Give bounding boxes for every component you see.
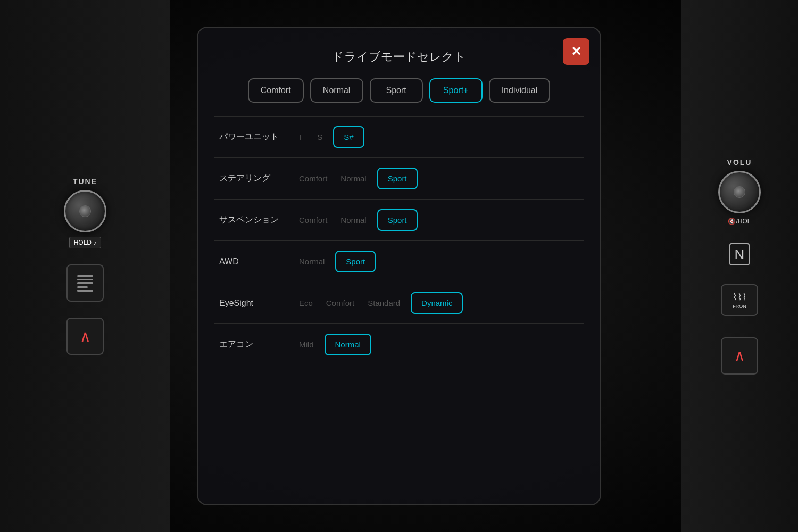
- tune-knob-area: TUNE HOLD ♪: [64, 177, 106, 248]
- hold-label: HOLD ♪: [69, 237, 102, 248]
- eyesight-eco-option: Eco: [299, 298, 313, 307]
- suspension-comfort-option: Comfort: [299, 215, 327, 225]
- suspension-normal-option: Normal: [340, 215, 366, 225]
- awd-label: AWD: [219, 257, 294, 267]
- mode-sport-button[interactable]: Sport: [370, 78, 423, 103]
- awd-row: AWD Normal Sport: [214, 240, 584, 282]
- mode-buttons-row: Comfort Normal Sport Sport+ Individual: [214, 78, 584, 103]
- chevron-up-right-icon: ∧: [734, 347, 745, 364]
- aircon-normal-button[interactable]: Normal: [325, 334, 371, 355]
- awd-sport-button[interactable]: Sport: [335, 251, 376, 272]
- close-button[interactable]: ✕: [563, 38, 589, 65]
- aircon-mild-option: Mild: [299, 340, 314, 349]
- power-unit-options: I S S#: [299, 126, 579, 148]
- tune-knob[interactable]: [64, 190, 106, 232]
- awd-options: Normal Sport: [299, 251, 579, 272]
- drive-mode-dialog: ✕ ドライブモードセレクト Comfort Normal Sport Sport…: [197, 27, 601, 505]
- suspension-row: サスペンション Comfort Normal Sport: [214, 199, 584, 240]
- left-chevron-button[interactable]: ∧: [66, 318, 104, 355]
- mode-sport-plus-button[interactable]: Sport+: [429, 78, 483, 103]
- tune-label: TUNE: [73, 177, 97, 186]
- suspension-label: サスペンション: [219, 214, 294, 226]
- steering-label: ステアリング: [219, 173, 294, 184]
- volume-label: VOLU: [727, 158, 752, 167]
- volume-knob[interactable]: [718, 171, 761, 213]
- car-panel: TUNE HOLD ♪ ∧ VOLU 🔇/HOL N: [0, 0, 798, 532]
- aircon-label: エアコン: [219, 339, 294, 350]
- power-unit-row: パワーユニット I S S#: [214, 116, 584, 157]
- aircon-options: Mild Normal: [299, 334, 579, 355]
- chevron-up-icon: ∧: [80, 328, 91, 345]
- nfc-icon: N: [729, 243, 750, 265]
- seat-heat-button[interactable]: [66, 264, 104, 302]
- eyesight-label: EyeSight: [219, 298, 294, 308]
- awd-normal-option: Normal: [299, 257, 325, 266]
- right-panel: VOLU 🔇/HOL N ⌇⌇⌇ FRON ∧: [681, 0, 798, 532]
- defrost-label: FRON: [733, 304, 746, 309]
- eyesight-options: Eco Comfort Standard Dynamic: [299, 292, 579, 314]
- close-icon: ✕: [571, 44, 581, 59]
- eyesight-standard-option: Standard: [368, 298, 400, 307]
- eyesight-comfort-option: Comfort: [326, 298, 354, 307]
- seat-heat-icon: [77, 275, 93, 292]
- left-panel: TUNE HOLD ♪ ∧: [0, 0, 170, 532]
- mode-normal-button[interactable]: Normal: [310, 78, 363, 103]
- power-unit-label: パワーユニット: [219, 131, 294, 143]
- dialog-title: ドライブモードセレクト: [214, 49, 584, 65]
- volume-knob-area: VOLU 🔇/HOL: [718, 158, 761, 225]
- mute-hold-label: 🔇/HOL: [728, 218, 751, 225]
- suspension-options: Comfort Normal Sport: [299, 209, 579, 231]
- mode-comfort-button[interactable]: Comfort: [248, 78, 304, 103]
- eyesight-row: EyeSight Eco Comfort Standard Dynamic: [214, 282, 584, 323]
- settings-container: パワーユニット I S S# ステアリング Comfort Normal Spo…: [214, 116, 584, 488]
- steering-options: Comfort Normal Sport: [299, 168, 579, 189]
- suspension-sport-button[interactable]: Sport: [377, 209, 418, 231]
- defrost-icon: ⌇⌇⌇: [733, 291, 747, 303]
- power-s-indicator: S: [317, 132, 322, 142]
- right-chevron-button[interactable]: ∧: [721, 337, 758, 375]
- eyesight-dynamic-button[interactable]: Dynamic: [411, 292, 463, 314]
- power-s-hash-button[interactable]: S#: [333, 126, 364, 148]
- steering-normal-option: Normal: [340, 174, 366, 183]
- power-i-indicator: I: [299, 132, 301, 142]
- steering-sport-button[interactable]: Sport: [377, 168, 418, 189]
- front-defrost-button[interactable]: ⌇⌇⌇ FRON: [721, 284, 758, 316]
- steering-row: ステアリング Comfort Normal Sport: [214, 157, 584, 199]
- aircon-row: エアコン Mild Normal: [214, 323, 584, 365]
- nfc-area: N: [729, 246, 750, 263]
- steering-comfort-option: Comfort: [299, 174, 327, 183]
- mode-individual-button[interactable]: Individual: [489, 78, 551, 103]
